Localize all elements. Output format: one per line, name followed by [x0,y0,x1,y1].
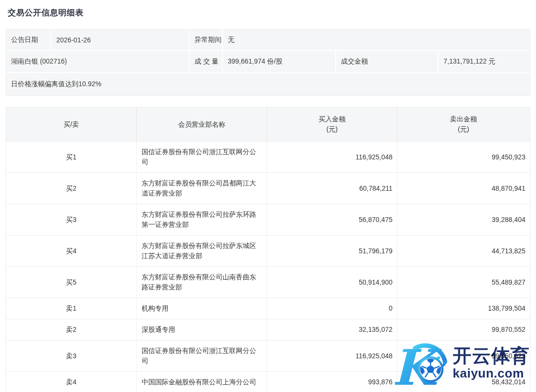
summary-row-note: 日价格涨幅偏离值达到10.92% [6,73,530,95]
buy-amount-cell: 51,796,179 [267,235,397,266]
volume-value: 399,661,974 份/股 [223,51,336,72]
sell-amount-cell: 55,489,827 [397,267,530,298]
branch-cell: 国信证券股份有限公司浙江互联网分公司 [137,340,267,371]
branch-cell: 机构专用 [137,298,267,319]
branch-cell: 深股通专用 [137,319,267,340]
summary-row-stock: 湖南白银 (002716) 成 交 量 399,661,974 份/股 成交金额… [6,51,530,73]
sell-amount-cell: 99,450,923 [397,340,530,371]
side-cell: 卖1 [6,298,137,319]
branch-cell: 东方财富证券股份有限公司山南香曲东路证券营业部 [137,267,267,298]
table-row: 买3 东方财富证券股份有限公司拉萨东环路第一证券营业部 56,870,475 3… [6,204,530,235]
header-buy-amount: 买入金额 (元) [267,107,397,141]
header-sell-line2: (元) [458,124,469,134]
volume-label: 成 交 量 [190,51,223,72]
branch-cell: 国信证券股份有限公司浙江互联网分公司 [137,142,267,172]
header-sell-amount: 卖出金额 (元) [397,107,530,141]
header-buy-line2: (元) [327,124,338,134]
buy-amount-cell: 993,876 [267,372,397,392]
trade-detail-table: 买/卖 会员营业部名称 买入金额 (元) 卖出金额 (元) 买1 国信证券股份有… [6,107,530,392]
side-cell: 买5 [6,267,137,298]
branch-cell: 东方财富证券股份有限公司拉萨东环路第一证券营业部 [137,204,267,235]
header-side: 买/卖 [6,107,137,141]
table-row: 卖4 中国国际金融股份有限公司上海分公司 993,876 58,432,014 [6,371,530,392]
side-cell: 卖2 [6,319,137,340]
buy-amount-cell: 60,784,211 [267,173,397,204]
sell-amount-cell: 99,870,552 [397,319,530,340]
sell-amount-cell: 58,432,014 [397,372,530,392]
header-sell-line1: 卖出金额 [450,114,477,124]
table-row: 卖2 深股通专用 32,135,072 99,870,552 [6,319,530,340]
branch-cell: 东方财富证券股份有限公司昌都两江大道证券营业部 [137,173,267,204]
table-body: 买1 国信证券股份有限公司浙江互联网分公司 116,925,048 99,450… [6,141,530,392]
header-buy-line1: 买入金额 [319,114,346,124]
buy-amount-cell: 116,925,048 [267,340,397,371]
side-cell: 买1 [6,142,137,172]
summary-info-table: 公告日期 2026-01-26 异常期间 无 湖南白银 (002716) 成 交… [6,29,530,96]
sell-amount-cell: 99,450,923 [397,142,530,172]
sell-amount-cell: 48,870,941 [397,173,530,204]
table-row: 卖1 机构专用 0 138,799,504 [6,298,530,319]
side-cell: 买4 [6,235,137,266]
announce-date-value: 2026-01-26 [52,29,190,50]
summary-row-date: 公告日期 2026-01-26 异常期间 无 [6,29,530,51]
announce-date-label: 公告日期 [6,29,52,50]
turnover-label: 成交金额 [336,51,439,72]
table-row: 卖3 国信证券股份有限公司浙江互联网分公司 116,925,048 99,450… [6,340,530,371]
turnover-value: 7,131,791,122 元 [439,51,530,72]
table-row: 买1 国信证券股份有限公司浙江互联网分公司 116,925,048 99,450… [6,141,530,172]
page-title: 交易公开信息明细表 [8,7,84,18]
buy-amount-cell: 0 [267,298,397,319]
branch-cell: 中国国际金融股份有限公司上海分公司 [137,372,267,392]
buy-amount-cell: 56,870,475 [267,204,397,235]
branch-cell: 东方财富证券股份有限公司拉萨东城区江苏大道证券营业部 [137,235,267,266]
sell-amount-cell: 39,288,404 [397,204,530,235]
table-row: 买2 东方财富证券股份有限公司昌都两江大道证券营业部 60,784,211 48… [6,172,530,204]
buy-amount-cell: 32,135,072 [267,319,397,340]
header-branch: 会员营业部名称 [137,107,267,141]
side-cell: 买2 [6,173,137,204]
table-header-row: 买/卖 会员营业部名称 买入金额 (元) 卖出金额 (元) [6,107,530,141]
side-cell: 买3 [6,204,137,235]
stock-name: 湖南白银 (002716) [6,51,190,72]
buy-amount-cell: 50,914,900 [267,267,397,298]
side-cell: 卖3 [6,340,137,371]
table-row: 买5 东方财富证券股份有限公司山南香曲东路证券营业部 50,914,900 55… [6,266,530,298]
abnormal-period-label: 异常期间 [190,29,223,50]
abnormal-period-value: 无 [223,29,530,50]
sell-amount-cell: 44,713,825 [397,235,530,266]
buy-amount-cell: 116,925,048 [267,142,397,172]
side-cell: 卖4 [6,372,137,392]
sell-amount-cell: 138,799,504 [397,298,530,319]
deviation-note: 日价格涨幅偏离值达到10.92% [6,73,530,95]
table-row: 买4 东方财富证券股份有限公司拉萨东城区江苏大道证券营业部 51,796,179… [6,235,530,266]
